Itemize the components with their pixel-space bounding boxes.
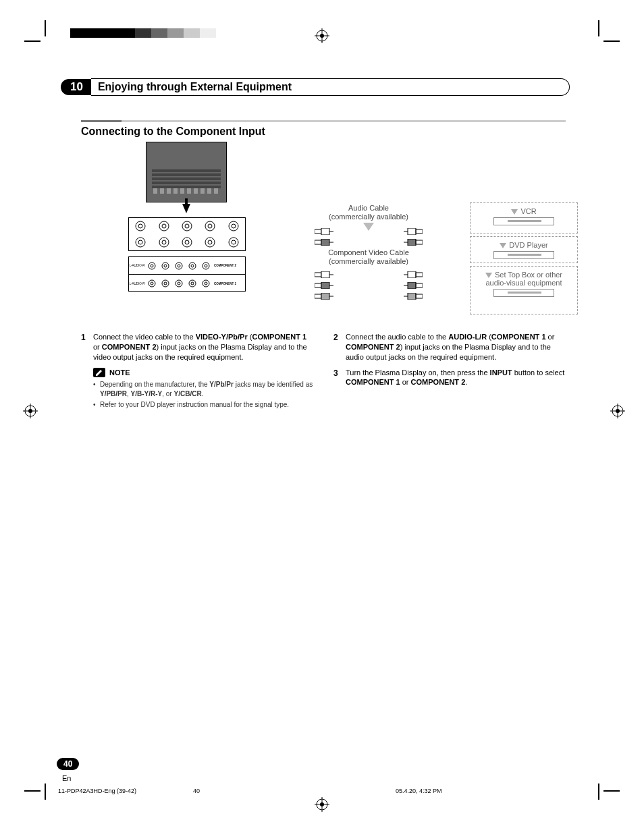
svg-rect-65 (321, 271, 329, 278)
video-cable-label: Component Video Cable(commercially avail… (308, 248, 429, 265)
instruction-columns: 1 Connect the video cable to the VIDEO-Y… (81, 332, 566, 412)
svg-point-34 (162, 263, 169, 269)
triangle-down-icon (363, 223, 374, 231)
svg-point-37 (178, 265, 180, 267)
svg-point-31 (232, 240, 236, 244)
triangle-down-icon (485, 273, 492, 278)
svg-point-50 (203, 280, 209, 287)
device-dvd: DVD Player (470, 236, 578, 263)
page-language: En (62, 774, 71, 782)
connection-diagram: L-AUDIO-R COMPONENT 2 L-AUDIO-R COMPONEN… (81, 142, 594, 317)
note-item: Refer to your DVD player instruction man… (93, 400, 313, 410)
svg-point-20 (229, 221, 238, 231)
svg-rect-76 (315, 294, 321, 298)
label-component2: COMPONENT 2 (213, 264, 236, 267)
column-right: 2 Connect the audio cable to the AUDIO-L… (333, 332, 566, 412)
jack-panel-labeled: L-AUDIO-R COMPONENT 2 L-AUDIO-R COMPONEN… (128, 256, 246, 292)
svg-point-13 (138, 224, 142, 228)
svg-point-17 (185, 224, 189, 228)
svg-point-51 (205, 282, 207, 285)
registration-mark-left (23, 404, 38, 421)
step-number: 3 (333, 368, 346, 388)
svg-point-35 (164, 265, 167, 267)
svg-rect-59 (321, 239, 329, 246)
note-label: NOTE (109, 368, 130, 378)
svg-point-43 (151, 282, 153, 285)
step-text: Connect the video cable to the VIDEO-Y/P… (93, 332, 313, 362)
step-1: 1 Connect the video cable to the VIDEO-Y… (81, 332, 313, 362)
svg-rect-74 (408, 282, 416, 289)
step-3: 3 Turn the Plasma Display on, then press… (333, 368, 566, 388)
jack-panel-top (128, 217, 246, 251)
svg-point-33 (151, 265, 153, 267)
section-title: Connecting to the Component Input (81, 126, 265, 138)
svg-point-16 (182, 221, 192, 231)
svg-point-25 (162, 240, 166, 244)
svg-point-42 (149, 280, 155, 287)
svg-point-14 (159, 221, 169, 231)
svg-rect-62 (408, 239, 416, 246)
colorbar-gray (70, 28, 216, 38)
svg-point-41 (205, 265, 207, 267)
svg-point-46 (176, 280, 182, 287)
step-text: Connect the audio cable to the AUDIO-L/R… (346, 332, 566, 362)
svg-point-40 (203, 263, 209, 269)
svg-point-48 (189, 280, 196, 287)
svg-rect-53 (321, 228, 329, 235)
svg-point-12 (136, 221, 145, 231)
chapter-title: Enjoying through External Equipment (98, 81, 292, 93)
note-item: Depending on the manufacturer, the Y/Pb/… (93, 380, 313, 398)
svg-point-22 (136, 238, 145, 247)
svg-point-49 (191, 282, 194, 285)
svg-point-36 (176, 263, 182, 269)
display-rear-panel (146, 142, 227, 202)
svg-point-27 (185, 240, 189, 244)
svg-rect-52 (315, 229, 321, 234)
svg-point-30 (229, 238, 238, 247)
note-heading: NOTE (93, 368, 313, 378)
step-text: Turn the Plasma Display on, then press t… (346, 368, 566, 388)
registration-mark-top (315, 28, 329, 43)
chapter-number-badge: 10 (61, 79, 91, 95)
label-audio: L-AUDIO-R (129, 282, 145, 285)
device-stb: Set Top Box or other audio-visual equipm… (470, 266, 578, 314)
svg-point-24 (159, 238, 169, 247)
svg-rect-81 (416, 294, 423, 298)
triangle-down-icon (511, 209, 518, 215)
svg-point-19 (208, 224, 212, 228)
audio-cable-label: Audio Cable(commercially available) (308, 204, 429, 221)
svg-rect-68 (408, 271, 416, 278)
svg-point-44 (162, 280, 169, 287)
svg-rect-69 (416, 273, 423, 277)
page-number-badge: 40 (57, 758, 79, 770)
svg-point-18 (205, 221, 215, 231)
svg-rect-70 (315, 283, 321, 287)
svg-rect-58 (315, 240, 321, 244)
pencil-icon (93, 368, 105, 377)
section-rule (81, 120, 566, 122)
svg-rect-56 (408, 228, 416, 235)
label-audio: L-AUDIO-R (129, 264, 145, 267)
svg-rect-80 (408, 293, 416, 300)
svg-rect-64 (315, 273, 321, 277)
note-bullets: Depending on the manufacturer, the Y/Pb/… (93, 380, 313, 410)
svg-point-26 (182, 238, 192, 247)
svg-point-28 (205, 238, 215, 247)
step-2: 2 Connect the audio cable to the AUDIO-L… (333, 332, 566, 362)
step-number: 2 (333, 332, 346, 362)
column-left: 1 Connect the video cable to the VIDEO-Y… (81, 332, 313, 412)
svg-rect-57 (416, 229, 423, 234)
registration-mark-right (610, 404, 625, 421)
device-vcr: VCR (470, 202, 578, 234)
step-number: 1 (81, 332, 93, 362)
svg-rect-71 (321, 282, 329, 289)
svg-point-23 (138, 240, 142, 244)
svg-rect-75 (416, 283, 423, 287)
svg-rect-77 (321, 293, 329, 300)
svg-point-39 (191, 265, 194, 267)
chapter-heading: 10 Enjoying through External Equipment (61, 78, 570, 96)
svg-point-38 (189, 263, 196, 269)
svg-rect-63 (416, 240, 423, 244)
svg-point-32 (149, 263, 155, 269)
svg-point-47 (178, 282, 180, 285)
